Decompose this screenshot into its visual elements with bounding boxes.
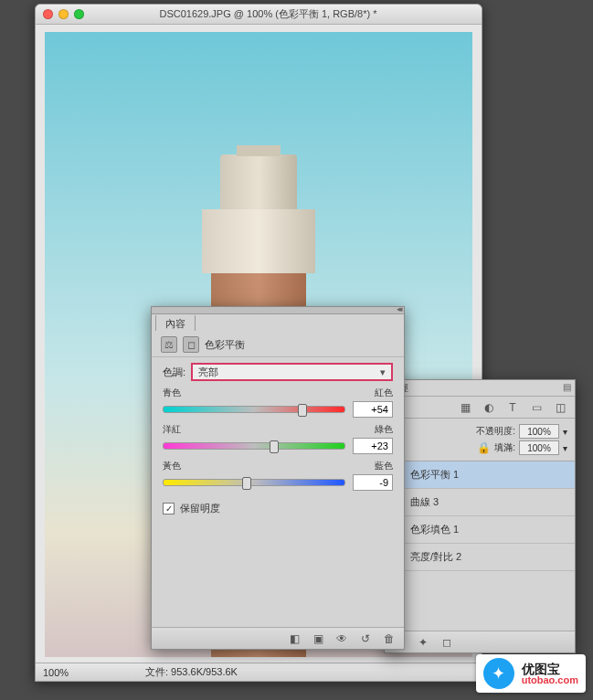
fill-stepper-icon[interactable]: ▾ — [563, 443, 567, 453]
preserve-luminosity-row[interactable]: ✓ 保留明度 — [152, 493, 404, 525]
zoom-level[interactable]: 100% — [36, 667, 100, 678]
slider-value[interactable] — [353, 438, 393, 454]
slider-right-label: 紅色 — [375, 387, 393, 399]
slider-value[interactable] — [353, 474, 393, 491]
balance-icon: ⚖ — [161, 336, 177, 353]
slider-left-label: 青色 — [163, 387, 181, 399]
view-previous-icon[interactable]: ◧ — [287, 631, 302, 646]
slider-magenta-green: 洋紅 綠色 — [152, 419, 404, 456]
slider-right-label: 綠色 — [375, 423, 393, 436]
filter-adjust-icon[interactable]: ◐ — [482, 400, 496, 415]
mask-icon[interactable]: ◻ — [439, 635, 454, 650]
slider-left-label: 洋紅 — [163, 423, 181, 436]
watermark-domain: utobao.com — [522, 675, 578, 685]
slider-value[interactable] — [353, 401, 393, 418]
titlebar: DSC01629.JPG @ 100% (色彩平衡 1, RGB/8*) * — [36, 5, 482, 25]
layer-name: 色彩平衡 1 — [410, 468, 569, 482]
slider-cyan-red: 青色 紅色 — [152, 383, 404, 419]
layer-row[interactable]: 色彩平衡 1 — [385, 461, 575, 489]
panel-footer: ◧ ▣ 👁 ↺ 🗑 — [152, 627, 404, 649]
slider-left-label: 黃色 — [163, 460, 181, 472]
layer-row[interactable]: 亮度/對比 2 — [385, 544, 575, 571]
slider-thumb[interactable] — [242, 477, 251, 490]
fx-icon[interactable]: ✦ — [416, 635, 430, 650]
minimize-icon[interactable] — [58, 9, 69, 19]
watermark: ✦ 优图宝 utobao.com — [476, 654, 586, 693]
slider-track[interactable] — [163, 406, 345, 413]
preserve-label: 保留明度 — [180, 502, 220, 515]
layer-name: 亮度/對比 2 — [410, 550, 569, 564]
tone-row: 色調: 亮部 — [152, 357, 404, 383]
layer-row[interactable]: 色彩填色 1 — [385, 516, 575, 544]
filter-shape-icon[interactable]: ▭ — [529, 400, 544, 415]
trash-icon[interactable]: 🗑 — [382, 631, 397, 646]
clip-icon[interactable]: ▣ — [311, 631, 325, 646]
tone-value: 亮部 — [198, 366, 218, 379]
tone-label: 色調: — [163, 366, 185, 379]
slider-thumb[interactable] — [270, 440, 279, 453]
checkbox-icon[interactable]: ✓ — [163, 503, 175, 514]
layer-name: 曲線 3 — [410, 495, 569, 509]
eye-icon[interactable]: 👁 — [334, 631, 349, 646]
layers-controls: 不透明度: 100% ▾ 🔒 填滿: 100% ▾ — [385, 419, 575, 461]
slider-yellow-blue: 黃色 藍色 — [152, 456, 404, 493]
layer-list: 色彩平衡 1 曲線 3 色彩填色 1 亮度/對比 2 — [385, 461, 575, 571]
preset-icon[interactable]: ◻ — [183, 336, 199, 353]
tone-select[interactable]: 亮部 — [191, 363, 393, 381]
opacity-label: 不透明度: — [476, 425, 515, 438]
bird-icon: ✦ — [483, 658, 514, 689]
filter-image-icon[interactable]: ▦ — [458, 400, 472, 415]
slider-track[interactable] — [163, 442, 345, 450]
layers-panel: 路徑 ▦ ◐ T ▭ ◫ 不透明度: 100% ▾ 🔒 填滿: 100% ▾ 色… — [384, 379, 576, 653]
slider-thumb[interactable] — [298, 404, 307, 417]
adjustments-panel: 內容 ⚖ ◻ 色彩平衡 色調: 亮部 青色 紅色 洋紅 綠色 — [151, 306, 405, 650]
slider-right-label: 藍色 — [375, 460, 393, 472]
zoom-icon[interactable] — [74, 9, 84, 19]
layers-footer: 👁 ✦ ◻ — [385, 631, 575, 652]
layers-filter-row: ▦ ◐ T ▭ ◫ — [385, 397, 575, 419]
panel-title: 色彩平衡 — [205, 338, 245, 352]
watermark-text: 优图宝 utobao.com — [522, 663, 578, 685]
lock-icon[interactable]: 🔒 — [476, 440, 491, 455]
opacity-stepper-icon[interactable]: ▾ — [563, 427, 567, 437]
fill-label: 填滿: — [494, 441, 515, 454]
close-icon[interactable] — [43, 9, 53, 19]
layer-name: 色彩填色 1 — [410, 523, 569, 536]
filter-type-icon[interactable]: T — [505, 400, 520, 415]
opacity-value[interactable]: 100% — [519, 424, 559, 439]
layers-tab[interactable]: 路徑 — [385, 380, 575, 397]
layer-row[interactable]: 曲線 3 — [385, 489, 575, 516]
window-controls — [36, 9, 91, 19]
filter-smart-icon[interactable]: ◫ — [553, 400, 567, 415]
status-bar: 100% 文件: 953.6K/953.6K — [36, 663, 482, 681]
slider-track[interactable] — [163, 479, 345, 486]
panel-tab[interactable]: 內容 — [155, 315, 196, 331]
file-info: 文件: 953.6K/953.6K — [100, 665, 238, 679]
panel-header: ⚖ ◻ 色彩平衡 — [152, 331, 404, 357]
reset-icon[interactable]: ↺ — [358, 631, 373, 646]
window-title: DSC01629.JPG @ 100% (色彩平衡 1, RGB/8*) * — [91, 7, 482, 21]
panel-tabbar — [152, 307, 404, 314]
fill-value[interactable]: 100% — [519, 440, 559, 455]
